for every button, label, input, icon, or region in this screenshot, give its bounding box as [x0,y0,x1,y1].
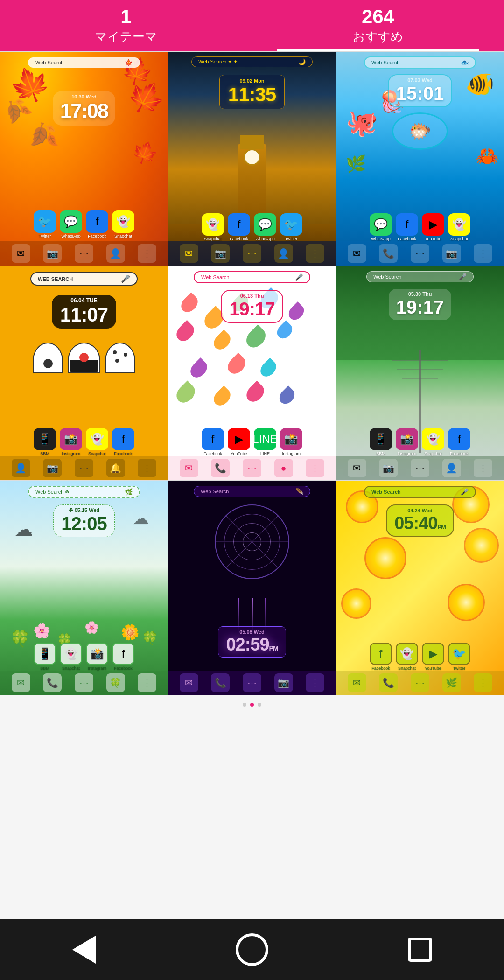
theme-drops[interactable]: Web Search 🎤 06.13 Thu 19:17 f Facebook … [168,266,336,481]
bottom-navigation-bar [0,919,504,980]
back-icon [72,936,96,964]
theme-clover[interactable]: ☁ ☁ 🍀 🌸 🍀 🌼 🍀 🌸 Web Search ☘ 🌿 ☘ 05.15 W… [0,481,168,695]
back-button[interactable] [65,931,103,968]
theme-lemon[interactable]: Web Search 🎤 04.24 Wed 05:40PM f Faceboo… [336,481,504,695]
my-themes-count: 1 [120,7,131,27]
tab-my-themes[interactable]: 1 マイテーマ [0,0,252,51]
theme-london[interactable]: Web Search ✦ ✦ 🌙 09.02 Mon 11:35 👻 Snapc… [168,51,336,266]
theme-dream[interactable]: Web Search 🪶 05.08 Wed 02:59PM ✉ 📞 ⋯ 📷 ⋮ [168,481,336,695]
recommended-label: おすすめ [353,28,403,45]
theme-yellow[interactable]: WEB SEARCH 🎤 06.04 TUE 11:07 [0,266,168,481]
tab-recommended[interactable]: 264 おすすめ [252,0,504,51]
recommended-count: 264 [362,7,394,27]
theme-autumn[interactable]: 🍁 🍁 🍂 🍁 🍂 🍁 Web Search 🍁 10.30 Wed 17:08 [0,51,168,266]
recent-icon [408,938,432,962]
home-button[interactable] [233,931,271,968]
recent-apps-button[interactable] [401,931,439,968]
my-themes-label: マイテーマ [95,28,157,45]
home-icon [236,933,268,966]
theme-bridge[interactable]: Web Search 🎤 05.30 Thu 19:17 📱 BBM 📸 [336,266,504,481]
header-tabs: 1 マイテーマ 264 おすすめ [0,0,504,51]
theme-ocean[interactable]: 🐙 🐠 🪼 🦀 🌿 🐡 Web Search 🐟 07.03 Wed 15:01 [336,51,504,266]
theme-grid: 🍁 🍁 🍂 🍁 🍂 🍁 Web Search 🍁 10.30 Wed 17:08 [0,51,504,919]
